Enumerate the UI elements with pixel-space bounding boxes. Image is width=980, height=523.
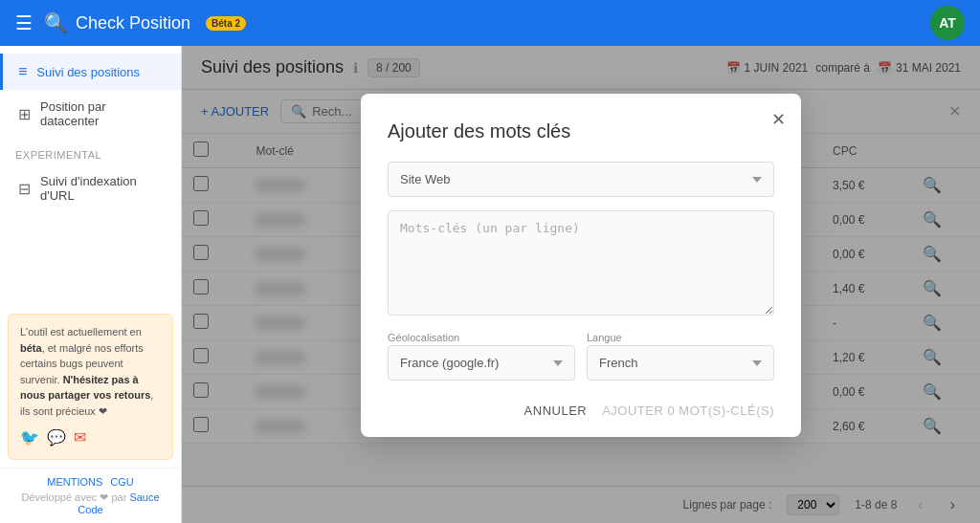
twitter-icon[interactable]: 🐦 (20, 426, 39, 449)
langue-label: Langue (587, 332, 774, 343)
email-icon[interactable]: ✉ (74, 426, 86, 449)
logo: 🔍 Check Position Béta 2 (44, 11, 246, 34)
geoloc-label: Géolocalisation (388, 332, 575, 343)
list-icon: ≡ (18, 63, 27, 80)
sauce-code-link[interactable]: Sauce Code (78, 491, 159, 515)
topnav: ☰ 🔍 Check Position Béta 2 AT (0, 0, 980, 46)
sidebar-item-label: Suivi des positions (36, 65, 140, 79)
sidebar-item-suivi-positions[interactable]: ≡ Suivi des positions (0, 54, 181, 90)
beta-notice-text: L'outil est actuellement en béta, et mal… (20, 326, 153, 417)
social-icons: 🐦 💬 ✉ (20, 426, 161, 449)
modal-actions: ANNULER AJOUTER 0 MOT(S)-CLÉ(S) (388, 396, 774, 418)
skype-icon[interactable]: 💬 (47, 426, 66, 449)
menu-icon[interactable]: ☰ (15, 11, 33, 34)
langue-select[interactable]: French (587, 345, 774, 381)
modal-close-button[interactable]: ✕ (771, 109, 786, 130)
mots-cles-group (388, 210, 774, 318)
geoloc-select[interactable]: France (google.fr) (388, 345, 575, 381)
beta-notice: L'outil est actuellement en béta, et mal… (8, 314, 173, 460)
site-web-group: Site Web (388, 162, 774, 197)
modal-ajouter-mots-cles: Ajouter des mots clés ✕ Site Web Géoloca… (361, 94, 801, 437)
sidebar-item-position-datacenter[interactable]: ⊞ Position par datacenter (0, 90, 181, 138)
avatar[interactable]: AT (930, 6, 965, 40)
footer-credit: Développé avec ❤ par Sauce Code (15, 491, 166, 515)
mentions-link[interactable]: MENTIONS (47, 476, 102, 488)
sidebar-footer: MENTIONS CGU Développé avec ❤ par Sauce … (0, 468, 181, 523)
mots-cles-textarea[interactable] (388, 210, 774, 316)
logo-icon: 🔍 (44, 11, 68, 34)
beta-badge: Béta 2 (206, 16, 246, 31)
filter-cross-icon: ⊟ (18, 180, 31, 198)
cgu-link[interactable]: CGU (110, 476, 133, 488)
app-title: Check Position (76, 13, 190, 33)
modal-overlay: Ajouter des mots clés ✕ Site Web Géoloca… (182, 46, 980, 523)
sidebar-item-label: Position par datacenter (40, 99, 166, 128)
grid-icon: ⊞ (18, 105, 31, 123)
sidebar-item-label: Suivi d'indexation d'URL (40, 174, 166, 203)
add-mots-cles-button[interactable]: AJOUTER 0 MOT(S)-CLÉ(S) (602, 403, 774, 418)
sidebar: ≡ Suivi des positions ⊞ Position par dat… (0, 46, 182, 523)
langue-col: Langue French (587, 332, 774, 381)
site-web-select[interactable]: Site Web (388, 162, 774, 197)
geoloc-col: Géolocalisation France (google.fr) (388, 332, 575, 381)
modal-title: Ajouter des mots clés (388, 120, 774, 142)
sidebar-section-experimental: Experimental (0, 138, 181, 164)
cancel-button[interactable]: ANNULER (524, 403, 588, 418)
sidebar-item-suivi-indexation[interactable]: ⊟ Suivi d'indexation d'URL (0, 164, 181, 212)
main-content: Suivi des positions ℹ 8 / 200 📅 1 JUIN 2… (182, 46, 980, 523)
geoloc-langue-row: Géolocalisation France (google.fr) Langu… (388, 332, 774, 381)
